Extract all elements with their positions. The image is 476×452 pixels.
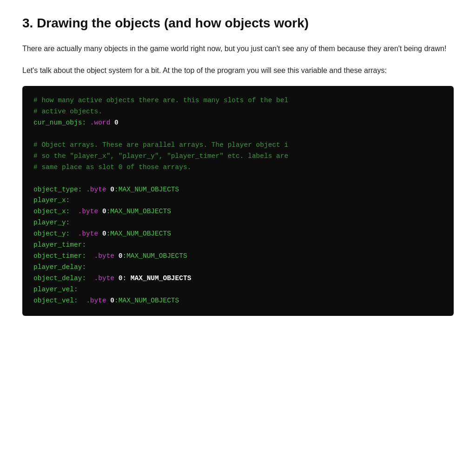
code-line-13-label: object_timer:: [33, 252, 94, 260]
code-line-1: # how many active objects there are. thi…: [33, 97, 288, 104]
code-line-17-label: object_vel:: [33, 297, 86, 304]
code-line-7-label: object_type:: [33, 186, 86, 193]
code-line-5: # so the "player_x", "player_y", "player…: [33, 152, 288, 160]
code-block-wrapper: # how many active objects there are. thi…: [22, 86, 454, 316]
code-line-11-range: :MAX_NUM_OBJECTS: [106, 230, 171, 237]
code-line-9-label: object_x:: [33, 208, 78, 215]
code-line-8: player_x:: [33, 197, 70, 204]
code-line-10: player_y:: [33, 219, 70, 226]
section-title: 3. Drawing the objects (and how objects …: [22, 15, 454, 32]
code-line-11-kw: .byte: [78, 230, 99, 237]
code-line-17-num: 0: [106, 297, 114, 304]
code-line-9-num: 0: [98, 208, 106, 215]
code-line-12: player_timer:: [33, 241, 86, 249]
paragraph-2: Let's talk about the object system for a…: [22, 65, 454, 77]
code-line-15-num: 0: [114, 275, 122, 282]
code-block: # how many active objects there are. thi…: [33, 95, 443, 307]
code-line-13-range: :MAX_NUM_OBJECTS: [122, 252, 187, 260]
code-line-11-num: 0: [98, 230, 106, 237]
code-line-7-range: :MAX_NUM_OBJECTS: [114, 186, 179, 193]
code-line-15-label: object_delay:: [33, 275, 94, 282]
code-line-17-kw: .byte: [86, 297, 106, 304]
code-line-13-num: 0: [114, 252, 122, 260]
code-line-3-keyword: .word: [90, 119, 111, 126]
code-line-7-num: 0: [106, 186, 114, 193]
code-line-17-range: :MAX_NUM_OBJECTS: [114, 297, 179, 304]
code-line-9-range: :MAX_NUM_OBJECTS: [106, 208, 171, 215]
code-line-7-kw: .byte: [86, 186, 106, 193]
code-line-9-kw: .byte: [78, 208, 99, 215]
code-line-6: # same place as slot 0 of those arrays.: [33, 164, 191, 171]
code-line-15-sep: :: [122, 275, 130, 282]
paragraph-1: There are actually many objects in the g…: [22, 43, 454, 55]
code-line-15-bold: MAX_NUM_OBJECTS: [131, 275, 192, 282]
code-line-2: # active objects.: [33, 108, 102, 115]
code-line-14: player_delay:: [33, 263, 86, 271]
code-line-3-label: cur_num_objs:: [33, 119, 90, 126]
page-container: 3. Drawing the objects (and how objects …: [0, 0, 476, 331]
code-line-11-label: object_y:: [33, 230, 78, 237]
code-line-13-kw: .byte: [94, 252, 115, 260]
code-line-15-kw: .byte: [94, 275, 115, 282]
code-line-4: # Object arrays. These are parallel arra…: [33, 141, 288, 149]
code-line-16: player_vel:: [33, 286, 78, 293]
code-line-3-num: 0: [110, 119, 118, 126]
